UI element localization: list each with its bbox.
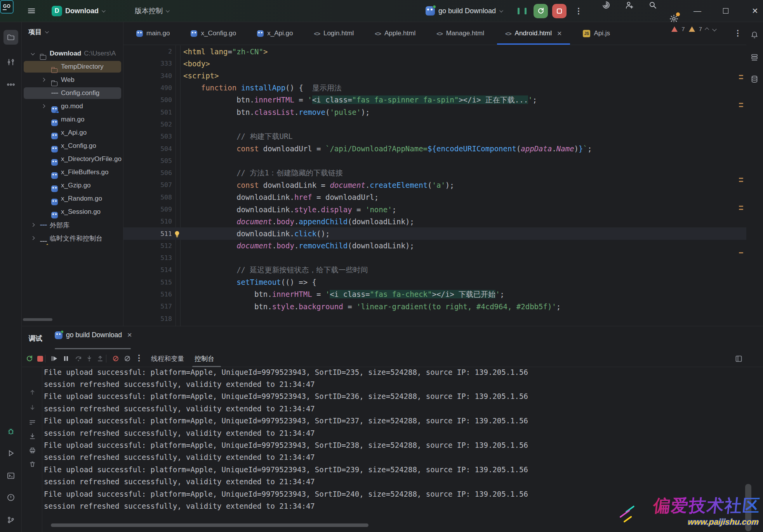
tab-x_Config.go[interactable]: x_Config.go [180, 22, 247, 45]
ai-assistant-button[interactable] [601, 0, 611, 10]
more-tool-windows-button[interactable] [3, 77, 18, 92]
code-line-502[interactable]: 502 [123, 118, 746, 130]
tab-main.go[interactable]: main.go [126, 22, 180, 45]
tree-item-Download[interactable]: DownloadC:\Users\A [22, 47, 123, 60]
console-line[interactable]: File upload successful: platform=Apple, … [44, 366, 743, 378]
scroll-to-end-button[interactable] [28, 431, 37, 441]
tab-x_Api.go[interactable]: x_Api.go [247, 22, 303, 45]
console-output[interactable]: File upload successful: platform=Apple, … [44, 366, 743, 512]
scroll-up-button[interactable] [28, 387, 37, 397]
more-actions-button[interactable]: ⋮ [575, 0, 582, 22]
view-breakpoints-button[interactable] [122, 354, 132, 364]
run-tool-button[interactable] [3, 446, 18, 461]
code-line-510[interactable]: 510document.body.appendChild(downloadLin… [123, 215, 746, 227]
code-line-505[interactable]: 505 [123, 155, 746, 167]
tree-item-外部库[interactable]: 外部库 [22, 218, 123, 232]
run-configuration-widget[interactable]: go build Download [426, 0, 502, 22]
tab-Manage.html[interactable]: <>Manage.html [426, 22, 495, 45]
console-line[interactable]: session refreshed successfully, validity… [44, 451, 743, 463]
project-panel-header[interactable]: 项目 [28, 28, 48, 36]
step-over-button[interactable] [73, 354, 83, 364]
code-line-340[interactable]: 340<script> [123, 70, 746, 82]
layout-settings-button[interactable] [733, 354, 744, 364]
code-line-333[interactable]: 333<body> [123, 57, 746, 69]
stop-button[interactable] [552, 0, 567, 22]
version-control-tool-button[interactable] [3, 513, 18, 527]
code-line-515[interactable]: 515setTimeout(() => { [123, 276, 746, 288]
console-line[interactable]: session refreshed successfully, validity… [44, 402, 743, 414]
ai-assistant-tool-button[interactable] [747, 50, 762, 65]
project-tool-button[interactable] [3, 30, 18, 45]
tree-item-Web[interactable]: Web [22, 73, 123, 87]
code-line-501[interactable]: 501btn.classList.remove('pulse'); [123, 106, 746, 118]
code-line-504[interactable]: 504const downloadUrl = `/api/Download?Ap… [123, 142, 746, 154]
code-line-518[interactable]: 518 [123, 313, 746, 325]
code-line-508[interactable]: 508downloadLink.href = downloadUrl; [123, 191, 746, 203]
close-button[interactable]: ✕ [752, 0, 758, 22]
tab-list-button[interactable]: ⋮ [734, 28, 742, 38]
main-menu-button[interactable] [28, 0, 35, 22]
code-line-517[interactable]: 517btn.style.background = 'linear-gradie… [123, 300, 746, 312]
commit-tool-button[interactable] [3, 55, 18, 69]
project-widget[interactable]: D Download [52, 0, 104, 22]
code-line-490[interactable]: 490function installApp() { 显示用法 [123, 82, 746, 94]
tree-item-临时文件和控制台[interactable]: 临时文件和控制台 [22, 232, 123, 245]
tree-item-TempDirectory[interactable]: TempDirectory [22, 60, 123, 73]
pause-program-button[interactable] [516, 0, 527, 22]
intention-bulb-icon[interactable] [173, 230, 181, 238]
soft-wrap-button[interactable] [28, 418, 37, 427]
console-horizontal-scrollbar[interactable] [51, 523, 368, 527]
console-line[interactable]: session refreshed successfully, validity… [44, 476, 743, 488]
tab-threads-variables[interactable]: 线程和变量 [151, 354, 184, 363]
code-line-503[interactable]: 503// 构建下载URL [123, 130, 746, 142]
tree-item-main.go[interactable]: main.go [22, 113, 123, 126]
code-line-509[interactable]: 509downloadLink.style.display = 'none'; [123, 203, 746, 215]
tree-item-x_Api.go[interactable]: x_Api.go [22, 126, 123, 139]
tab-Login.html[interactable]: <>Login.html [303, 22, 364, 45]
notifications-button[interactable] [747, 28, 762, 42]
tree-item-x_FileBuffers.go[interactable]: x_FileBuffers.go [22, 166, 123, 179]
console-line[interactable]: File upload successful: platform=Apple, … [44, 439, 743, 451]
code-line-506[interactable]: 506// 方法1：创建隐藏的下载链接 [123, 167, 746, 179]
code-line-500[interactable]: 500btn.innerHTML = '<i class="fas fa-spi… [123, 94, 746, 106]
console-line[interactable]: session refreshed successfully, validity… [44, 378, 743, 390]
tree-item-go.mod[interactable]: go.mod [22, 100, 123, 113]
terminal-tool-button[interactable] [3, 468, 18, 483]
tree-item-x_Session.go[interactable]: x_Session.go [22, 205, 123, 218]
code-area[interactable]: 2<html lang="zh-CN">333<body>340<script>… [123, 45, 746, 326]
code-line-507[interactable]: 507const downloadLink = document.createE… [123, 179, 746, 191]
console-line[interactable]: File upload successful: platform=Apple, … [44, 390, 743, 402]
stop-button[interactable] [35, 354, 45, 364]
maximize-button[interactable] [723, 0, 728, 22]
console-line[interactable]: File upload successful: platform=Apple, … [44, 415, 743, 427]
tree-item-Config.config[interactable]: Config.config [22, 87, 123, 100]
vcs-widget[interactable]: 版本控制 [135, 0, 169, 22]
rerun-debug-button[interactable] [534, 0, 548, 22]
rerun-debug-button[interactable] [24, 354, 35, 364]
tab-Android.html[interactable]: <>Android.html✕ [495, 22, 572, 45]
search-everywhere-button[interactable] [648, 0, 658, 10]
code-line-2[interactable]: 2<html lang="zh-CN"> [123, 45, 746, 57]
code-line-514[interactable]: 514// 延迟更新按钮状态，给下载一些时间 [123, 264, 746, 276]
inspections-widget[interactable]: 7 7 [671, 26, 716, 32]
step-out-button[interactable] [95, 354, 105, 364]
previous-problem-button[interactable] [705, 27, 709, 31]
scroll-down-button[interactable] [28, 403, 37, 412]
step-into-button[interactable] [84, 354, 94, 364]
pause-program-button[interactable] [61, 354, 71, 364]
tree-item-x_DirectoryOrFile.go[interactable]: x_DirectoryOrFile.go [22, 152, 123, 166]
code-line-516[interactable]: 516btn.innerHTML = '<i class="fas fa-che… [123, 288, 746, 300]
next-problem-button[interactable] [712, 27, 716, 31]
clear-console-button[interactable] [28, 459, 37, 469]
problems-tool-button[interactable] [3, 490, 18, 505]
resume-program-button[interactable] [49, 354, 59, 364]
print-button[interactable] [28, 445, 37, 455]
mute-breakpoints-button[interactable] [111, 354, 121, 364]
code-line-513[interactable]: 513 [123, 252, 746, 264]
project-horizontal-scrollbar[interactable] [23, 318, 52, 321]
database-tool-button[interactable] [747, 72, 762, 87]
code-line-511[interactable]: 511downloadLink.click(); [123, 227, 746, 239]
close-icon[interactable]: ✕ [127, 331, 132, 339]
tab-Api.js[interactable]: JSApi.js [572, 22, 620, 45]
debug-session-tab[interactable]: go build Download ✕ [55, 331, 132, 339]
